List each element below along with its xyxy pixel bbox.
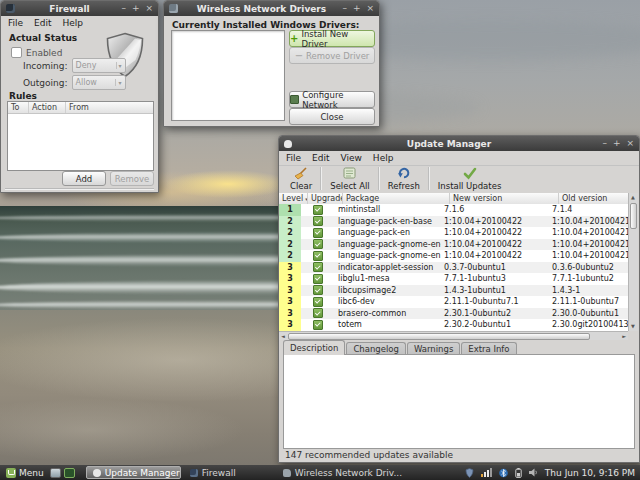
checked-checkbox-icon[interactable] bbox=[313, 285, 323, 295]
scroll-right-icon[interactable]: ► bbox=[622, 334, 626, 339]
task-update-manager[interactable]: Update Manager bbox=[86, 466, 181, 479]
upgrade-cell[interactable] bbox=[301, 251, 335, 261]
update-table-row[interactable]: 3 libglu1-mesa 7.7.1-1ubuntu3 7.7.1-1ubu… bbox=[279, 273, 628, 285]
menu-item[interactable]: Help bbox=[63, 18, 84, 28]
remove-button[interactable]: Remove bbox=[110, 171, 154, 186]
task-wireless-drivers[interactable]: Wireless Network Driv... bbox=[277, 466, 405, 479]
scrollbar-thumb[interactable] bbox=[288, 333, 590, 340]
rules-col-to[interactable]: To bbox=[8, 102, 29, 113]
volume-icon[interactable] bbox=[529, 468, 538, 477]
menu-item[interactable]: File bbox=[286, 153, 301, 163]
clear-button[interactable]: Clear bbox=[283, 164, 319, 193]
checkbox-icon[interactable] bbox=[11, 47, 22, 58]
checked-checkbox-icon[interactable] bbox=[313, 308, 323, 318]
clock[interactable]: Thu Jun 10, 9:16 PM bbox=[545, 468, 635, 478]
incoming-select[interactable]: Deny ▾ bbox=[72, 58, 126, 73]
upgrade-cell[interactable] bbox=[301, 308, 335, 318]
refresh-button[interactable]: Refresh bbox=[381, 164, 427, 193]
checked-checkbox-icon[interactable] bbox=[313, 320, 323, 330]
maximize-button[interactable]: + bbox=[613, 139, 621, 148]
update-table-row[interactable]: 3 totem 2.30.2-0ubuntu1 2.30.0git2010041… bbox=[279, 319, 628, 331]
minimize-button[interactable]: – bbox=[342, 4, 347, 13]
checked-checkbox-icon[interactable] bbox=[313, 251, 323, 261]
maximize-button[interactable]: + bbox=[132, 4, 140, 13]
update-table-row[interactable]: 3 brasero-common 2.30.1-0ubuntu2 2.30.0-… bbox=[279, 308, 628, 320]
update-table-row[interactable]: 3 indicator-applet-session 0.3.7-0ubuntu… bbox=[279, 262, 628, 274]
drivers-listbox[interactable] bbox=[171, 30, 285, 121]
rules-col-from[interactable]: From bbox=[66, 102, 153, 113]
close-dialog-button[interactable]: Close bbox=[289, 108, 375, 125]
add-button[interactable]: Add bbox=[62, 171, 106, 186]
firewall-titlebar[interactable]: Firewall – + × bbox=[1, 1, 158, 16]
update-table-row[interactable]: 2 language-pack-en 1:10.04+20100422 1:10… bbox=[279, 227, 628, 239]
update-table-row[interactable]: 2 language-pack-gnome-en-base 1:10.04+20… bbox=[279, 239, 628, 251]
menu-item[interactable]: View bbox=[341, 153, 362, 163]
enabled-checkbox[interactable]: Enabled bbox=[11, 47, 62, 58]
wireless-titlebar[interactable]: Wireless Network Drivers – + × bbox=[164, 1, 379, 16]
task-firewall[interactable]: Firewall bbox=[184, 466, 274, 479]
maximize-button[interactable]: + bbox=[353, 4, 361, 13]
outgoing-select[interactable]: Allow ▾ bbox=[72, 75, 126, 90]
battery-icon[interactable] bbox=[515, 468, 522, 478]
menu-item[interactable]: File bbox=[8, 18, 23, 28]
column-package[interactable]: Package bbox=[343, 193, 450, 204]
update-table-row[interactable]: 3 libc6-dev 2.11.1-0ubuntu7.1 2.11.1-0ub… bbox=[279, 296, 628, 308]
upgrade-cell[interactable] bbox=[301, 239, 335, 249]
update-manager-titlebar[interactable]: Update Manager – + × bbox=[279, 136, 639, 151]
menu-item[interactable]: Edit bbox=[312, 153, 329, 163]
upgrade-cell[interactable] bbox=[301, 205, 335, 215]
upgrade-cell[interactable] bbox=[301, 285, 335, 295]
description-panel[interactable] bbox=[283, 354, 635, 449]
firewall-title: Firewall bbox=[21, 4, 118, 14]
upgrade-cell[interactable] bbox=[301, 320, 335, 330]
scroll-up-icon[interactable]: ▲ bbox=[631, 195, 635, 200]
show-desktop-icon[interactable] bbox=[50, 468, 61, 478]
rules-table[interactable]: To Action From bbox=[7, 101, 154, 171]
checked-checkbox-icon[interactable] bbox=[313, 228, 323, 238]
refresh-icon bbox=[397, 166, 411, 180]
vertical-scrollbar[interactable]: ▲ ▼ bbox=[628, 193, 638, 331]
column-old-version[interactable]: Old version bbox=[559, 193, 628, 204]
configure-network-button[interactable]: Configure Network bbox=[289, 91, 375, 108]
minimize-button[interactable]: – bbox=[602, 139, 607, 148]
terminal-launcher-icon[interactable] bbox=[64, 468, 75, 478]
scrollbar-thumb[interactable] bbox=[630, 203, 637, 229]
update-table-row[interactable]: 3 libcupsimage2 1.4.3-1ubuntu1 1.4.3-1 bbox=[279, 285, 628, 297]
install-new-driver-button[interactable]: + Install New Driver bbox=[289, 30, 375, 47]
checked-checkbox-icon[interactable] bbox=[313, 274, 323, 284]
menu-item[interactable]: Edit bbox=[34, 18, 51, 28]
upgrade-cell[interactable] bbox=[301, 274, 335, 284]
column-upgrade[interactable]: Upgrade bbox=[308, 193, 343, 204]
close-button[interactable]: × bbox=[366, 4, 374, 13]
update-table-row[interactable]: 2 language-pack-gnome-en 1:10.04+2010042… bbox=[279, 250, 628, 262]
close-button[interactable]: × bbox=[145, 4, 153, 13]
checked-checkbox-icon[interactable] bbox=[313, 262, 323, 272]
bluetooth-icon[interactable] bbox=[499, 468, 508, 478]
menu-item[interactable]: Help bbox=[373, 153, 394, 163]
upgrade-cell[interactable] bbox=[301, 228, 335, 238]
column-new-version[interactable]: New version bbox=[450, 193, 559, 204]
select-all-button[interactable]: Select All bbox=[323, 164, 376, 193]
column-level[interactable]: Level ▾ bbox=[279, 193, 308, 204]
horizontal-scrollbar[interactable]: ◄ ► bbox=[279, 331, 628, 340]
close-button[interactable]: × bbox=[626, 139, 634, 148]
checked-checkbox-icon[interactable] bbox=[313, 205, 323, 215]
checked-checkbox-icon[interactable] bbox=[313, 239, 323, 249]
upgrade-cell[interactable] bbox=[301, 262, 335, 272]
remove-driver-button[interactable]: − Remove Driver bbox=[289, 47, 375, 64]
info-tab[interactable]: Description bbox=[283, 340, 345, 355]
scroll-down-icon[interactable]: ▼ bbox=[631, 324, 635, 329]
menu-button[interactable]: Menu bbox=[3, 466, 47, 479]
network-signal-icon[interactable] bbox=[481, 468, 492, 477]
checked-checkbox-icon[interactable] bbox=[313, 297, 323, 307]
update-table-row[interactable]: 1 mintinstall 7.1.6 7.1.4 bbox=[279, 204, 628, 216]
update-tray-icon[interactable] bbox=[465, 468, 474, 478]
upgrade-cell[interactable] bbox=[301, 297, 335, 307]
minimize-button[interactable]: – bbox=[121, 4, 126, 13]
install-updates-button[interactable]: Install Updates bbox=[431, 164, 509, 193]
scroll-left-icon[interactable]: ◄ bbox=[281, 334, 285, 339]
update-table-row[interactable]: 2 language-pack-en-base 1:10.04+20100422… bbox=[279, 216, 628, 228]
rules-col-action[interactable]: Action bbox=[29, 102, 66, 113]
checked-checkbox-icon[interactable] bbox=[313, 216, 323, 226]
upgrade-cell[interactable] bbox=[301, 216, 335, 226]
